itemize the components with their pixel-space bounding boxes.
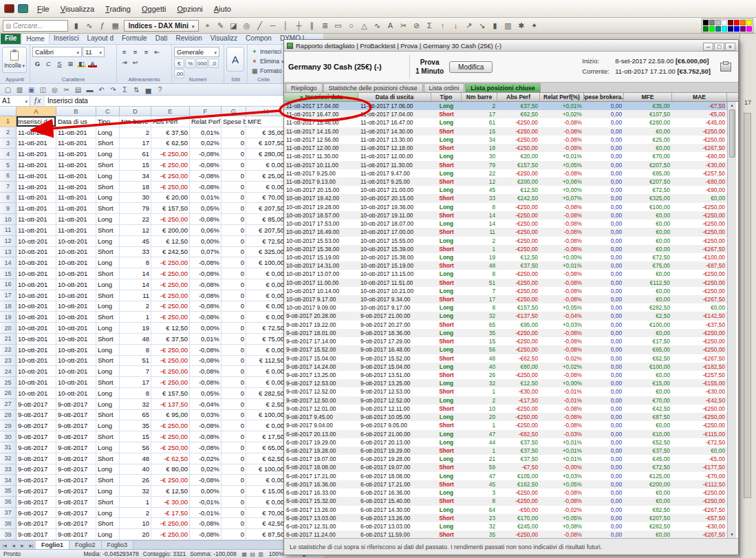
cell-F21[interactable]: 0,01%	[190, 334, 222, 345]
row-header-13[interactable]: 13	[0, 247, 17, 258]
cell-H1[interactable]: MFE	[246, 116, 286, 127]
cell-F33[interactable]: 0,02%	[190, 464, 222, 475]
report-tab-1[interactable]: Riepilogo	[285, 83, 323, 92]
cell-F26[interactable]: 0,05%	[190, 388, 222, 399]
cell-C33[interactable]: Long	[96, 464, 120, 475]
down-trend-icon[interactable]: ↘	[475, 19, 488, 32]
minimize-button[interactable]: –	[703, 43, 713, 51]
palette-color-1[interactable]	[709, 20, 715, 25]
cell-E2[interactable]: € 37,50	[151, 127, 190, 138]
cell-G7[interactable]: 0	[222, 182, 246, 193]
cell-B16[interactable]: 10-ott-201	[56, 279, 96, 290]
font-name-select[interactable]: Calibri	[32, 47, 82, 57]
cell-E7[interactable]: -€ 250,00	[151, 182, 190, 193]
cell-C12[interactable]: Long	[96, 236, 120, 247]
cell-H7[interactable]: € 0,00	[246, 182, 286, 193]
cell-F34[interactable]: -0,08%	[190, 475, 222, 486]
cell-E9[interactable]: € 157,50	[151, 203, 190, 214]
cell-E37[interactable]: -€ 17,50	[151, 508, 190, 519]
report-scrollbar[interactable]	[727, 102, 736, 538]
align-left-icon[interactable]: ≡	[119, 47, 129, 56]
cell-G8[interactable]: 0	[222, 193, 246, 204]
cell-G5[interactable]: 0	[222, 160, 246, 171]
cell-H39[interactable]: € 87,50	[246, 529, 286, 540]
position-row-17[interactable]: 10-ott-2017 15.53.0010-ott-2017 15.55.00…	[284, 237, 727, 245]
sheet-tab-foglio1[interactable]: Foglio1	[36, 541, 69, 549]
cell-G32[interactable]: 0	[222, 453, 246, 464]
cell-B6[interactable]: 11-ott-201	[56, 171, 96, 182]
row-header-39[interactable]: 39	[0, 529, 17, 540]
increase-decimal-icon[interactable]: ,0	[208, 58, 219, 68]
cell-E38[interactable]: -€ 250,00	[151, 518, 190, 529]
cell-G6[interactable]: 0	[222, 171, 246, 182]
cell-A16[interactable]: 10-ott-201	[17, 279, 56, 290]
cell-F29[interactable]: -0,08%	[190, 420, 222, 431]
palette-color-13[interactable]	[734, 26, 739, 32]
cell-E28[interactable]: € 95,00	[151, 410, 190, 421]
redo-icon[interactable]: ↷	[108, 85, 118, 95]
fx-icon[interactable]: ƒx	[30, 96, 44, 106]
cell-G17[interactable]: 0	[222, 290, 246, 301]
position-row-51[interactable]: 6-ott-2017 12.31.006-ott-2017 13.03.00Lo…	[284, 522, 727, 530]
sheet-nav-1[interactable]: ◀	[9, 541, 18, 549]
report-column-header-4[interactable]: Nm barre	[462, 93, 497, 101]
palette-color-2[interactable]	[715, 20, 721, 25]
cell-C28[interactable]: Short	[96, 410, 120, 421]
position-row-50[interactable]: 6-ott-2017 13.03.006-ott-2017 13.26.00Sh…	[284, 514, 727, 522]
cell-H22[interactable]: € 0,00	[246, 345, 286, 356]
formula-input[interactable]: Inserisci data	[44, 96, 323, 106]
cell-E23[interactable]: -€ 250,00	[151, 356, 190, 367]
cell-C7[interactable]: Short	[96, 182, 120, 193]
cell-B24[interactable]: 10-ott-201	[56, 366, 96, 377]
cell-A33[interactable]: 9-ott-2017	[17, 464, 56, 475]
cell-C38[interactable]: Short	[96, 518, 120, 529]
row-header-33[interactable]: 33	[0, 464, 17, 475]
cell-A10[interactable]: 11-ott-201	[17, 214, 56, 225]
cell-C31[interactable]: Long	[96, 442, 120, 453]
column-header-F[interactable]: F	[190, 107, 222, 116]
cell-H12[interactable]: € 72,50	[246, 236, 286, 247]
position-row-4[interactable]: 11-ott-2017 14.15.0011-ott-2017 14.30.00…	[284, 127, 727, 136]
trash-icon[interactable]: ⊘	[410, 19, 422, 32]
position-row-5[interactable]: 11-ott-2017 12.56.0011-ott-2017 13.30.00…	[284, 136, 727, 144]
cell-F38[interactable]: -0,08%	[190, 518, 222, 529]
horizontal-line-icon[interactable]: ─	[266, 19, 279, 32]
cell-A30[interactable]: 9-ott-2017	[17, 431, 56, 442]
cell-C32[interactable]: Short	[96, 453, 120, 464]
row-header-23[interactable]: 23	[0, 356, 17, 367]
column-header-C[interactable]: C	[96, 107, 120, 116]
cell-C21[interactable]: Short	[96, 334, 120, 345]
cell-A21[interactable]: 10-ott-201	[17, 334, 56, 345]
cell-B38[interactable]: 9-ott-2017	[56, 518, 96, 529]
cell-H23[interactable]: € 112,50	[246, 356, 286, 367]
row-header-29[interactable]: 29	[0, 420, 17, 431]
align-center-icon[interactable]: ≡	[130, 47, 140, 56]
cell-H34[interactable]: € 0,00	[246, 475, 286, 486]
position-row-28[interactable]: 9-ott-2017 18.01.009-ott-2017 18.36.00Lo…	[284, 329, 727, 337]
cell-A3[interactable]: 11-ott-201	[17, 138, 56, 149]
cell-E27[interactable]: -€ 137,50	[151, 399, 190, 410]
cell-D8[interactable]: 30	[120, 193, 151, 204]
cell-A1[interactable]: Inserisci d	[17, 116, 56, 127]
copy-icon[interactable]: ▤	[73, 85, 83, 95]
wrap-text-icon[interactable]: ↩	[130, 57, 140, 67]
cell-E17[interactable]: -€ 250,00	[151, 290, 190, 301]
ribbon-tab-dati[interactable]: Dati	[151, 33, 172, 44]
underline-button[interactable]: S	[54, 58, 65, 68]
cell-E39[interactable]: -€ 250,00	[151, 529, 190, 540]
palette-color-8[interactable]	[703, 26, 709, 32]
row-header-36[interactable]: 36	[0, 497, 17, 508]
ribbon-tab-inserisci[interactable]: Inserisci	[50, 33, 83, 44]
position-row-20[interactable]: 10-ott-2017 14.31.0010-ott-2017 15.19.00…	[284, 261, 727, 270]
cell-B12[interactable]: 10-ott-201	[56, 236, 96, 247]
cell-G1[interactable]: Spese bro	[222, 116, 246, 127]
cell-D17[interactable]: 11	[120, 290, 151, 301]
tools-icon[interactable]: ✦	[528, 19, 540, 32]
cell-C10[interactable]: Long	[96, 214, 120, 225]
cell-B29[interactable]: 9-ott-2017	[56, 420, 96, 431]
cell-E6[interactable]: -€ 250,00	[151, 171, 190, 182]
position-row-49[interactable]: 6-ott-2017 13.26.006-ott-2017 14.30.00Lo…	[284, 506, 727, 514]
sheet-nav-2[interactable]: ▶	[18, 541, 27, 549]
cell-G36[interactable]: 0	[222, 497, 246, 508]
cell-A29[interactable]: 9-ott-2017	[17, 420, 56, 431]
